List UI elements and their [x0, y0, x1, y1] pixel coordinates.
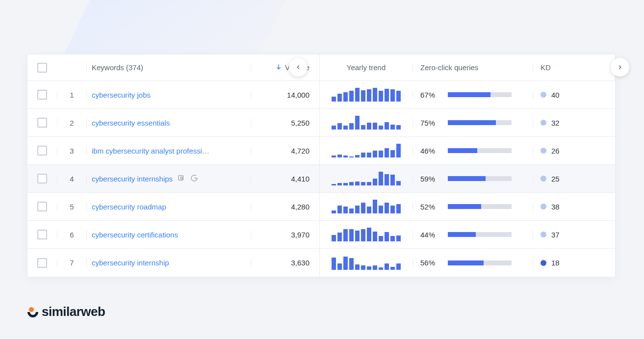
kd-value: 38 [551, 203, 560, 211]
row-checkbox[interactable] [37, 174, 47, 183]
keyword-link[interactable]: cybersecurity certifications [92, 231, 178, 239]
kd-value: 37 [551, 231, 560, 239]
keywords-table: Keywords (374) Volume Yearly trend Zero-… [27, 54, 616, 277]
row-index: 1 [57, 91, 86, 99]
kd-value: 40 [551, 91, 560, 99]
zeroclick-bar [448, 176, 512, 181]
header-kd[interactable]: KD [533, 63, 592, 72]
trend-sparkline [319, 109, 412, 136]
serp-preview-icon[interactable] [178, 174, 185, 183]
kd-value: 18 [551, 259, 560, 267]
brand-logo: similarweb [27, 304, 105, 319]
brand-logo-text: similarweb [42, 304, 105, 319]
sort-desc-icon [275, 63, 282, 72]
kd-cell: 37 [533, 231, 592, 239]
zeroclick-bar [448, 204, 512, 209]
trend-sparkline [319, 221, 412, 248]
zeroclick-cell: 67% [412, 91, 533, 99]
scroll-right-button[interactable] [611, 58, 629, 77]
table-row[interactable]: 1cybersecurity jobs14,00067%40 [27, 81, 615, 109]
zeroclick-cell: 75% [412, 119, 533, 127]
volume-cell: 14,000 [251, 91, 319, 99]
keyword-link[interactable]: ibm cybersecurity analyst professi… [92, 147, 209, 155]
keyword-link[interactable]: cybersecurity internships [92, 175, 173, 183]
volume-cell: 4,720 [251, 147, 319, 155]
kd-value: 26 [551, 147, 560, 155]
kd-difficulty-dot [541, 204, 546, 209]
kd-difficulty-dot [541, 92, 546, 98]
zeroclick-pct: 44% [420, 231, 440, 239]
zeroclick-cell: 59% [412, 175, 533, 183]
row-index: 2 [57, 119, 86, 127]
row-index: 5 [57, 203, 86, 211]
select-all-checkbox[interactable] [37, 63, 47, 73]
zeroclick-pct: 46% [420, 147, 440, 155]
zeroclick-pct: 56% [420, 259, 440, 267]
kd-difficulty-dot [541, 120, 546, 126]
table-header: Keywords (374) Volume Yearly trend Zero-… [27, 54, 615, 81]
keyword-link[interactable]: cybersecurity jobs [92, 91, 151, 99]
zeroclick-bar [448, 92, 512, 97]
kd-cell: 38 [533, 203, 592, 211]
trend-sparkline [319, 165, 412, 192]
volume-cell: 3,970 [251, 231, 319, 239]
kd-cell: 32 [533, 119, 592, 127]
row-index: 3 [57, 147, 86, 155]
keyword-link[interactable]: cybersecurity essentials [92, 119, 170, 127]
table-row[interactable]: 2cybersecurity essentials5,25075%32 [27, 109, 615, 137]
trend-sparkline [319, 81, 412, 108]
row-checkbox[interactable] [37, 202, 47, 211]
kd-difficulty-dot [541, 148, 546, 154]
header-zeroclick[interactable]: Zero-click queries [412, 63, 533, 72]
row-checkbox[interactable] [37, 90, 47, 100]
header-trend[interactable]: Yearly trend [319, 54, 412, 80]
trend-sparkline [319, 137, 412, 164]
svg-point-1 [180, 177, 182, 179]
zeroclick-pct: 52% [420, 203, 440, 211]
kd-difficulty-dot [541, 176, 546, 182]
kd-difficulty-dot [541, 260, 546, 266]
row-checkbox[interactable] [37, 118, 47, 128]
table-row[interactable]: 4cybersecurity internships4,41059%25 [27, 165, 615, 193]
table-row[interactable]: 5cybersecurity roadmap4,28052%38 [27, 193, 615, 221]
zeroclick-cell: 44% [412, 231, 533, 239]
trend-sparkline [319, 249, 412, 277]
row-index: 7 [57, 259, 86, 267]
volume-cell: 4,410 [251, 175, 319, 183]
kd-cell: 25 [533, 175, 592, 183]
header-keywords[interactable]: Keywords (374) [86, 63, 251, 72]
header-volume[interactable]: Volume [251, 63, 319, 72]
trend-sparkline [319, 193, 412, 220]
zeroclick-pct: 67% [420, 91, 440, 99]
row-checkbox[interactable] [37, 146, 47, 156]
volume-cell: 3,630 [251, 259, 319, 267]
kd-value: 32 [551, 119, 560, 127]
zeroclick-cell: 56% [412, 259, 533, 267]
row-checkbox[interactable] [37, 230, 47, 239]
row-checkbox[interactable] [37, 258, 47, 268]
table-row[interactable]: 7cybersecurity internship3,63056%18 [27, 249, 615, 277]
zeroclick-bar [448, 261, 512, 265]
volume-cell: 5,250 [251, 119, 319, 127]
zeroclick-bar [448, 232, 512, 237]
brand-logo-mark [27, 306, 39, 318]
kd-value: 25 [551, 175, 560, 183]
row-index: 4 [57, 175, 86, 183]
row-index: 6 [57, 231, 86, 239]
kd-cell: 26 [533, 147, 592, 155]
google-icon[interactable] [190, 174, 198, 183]
scroll-left-button[interactable] [289, 58, 308, 77]
zeroclick-pct: 75% [420, 119, 440, 127]
chevron-right-icon [617, 64, 623, 71]
table-row[interactable]: 3ibm cybersecurity analyst professi…4,72… [27, 137, 615, 165]
kd-cell: 40 [533, 91, 592, 99]
zeroclick-cell: 52% [412, 203, 533, 211]
zeroclick-cell: 46% [412, 147, 533, 155]
kd-cell: 18 [533, 259, 592, 267]
zeroclick-pct: 59% [420, 175, 440, 183]
keyword-link[interactable]: cybersecurity internship [92, 259, 169, 267]
table-row[interactable]: 6cybersecurity certifications3,97044%37 [27, 221, 615, 249]
zeroclick-bar [448, 148, 512, 153]
keyword-link[interactable]: cybersecurity roadmap [92, 203, 166, 211]
chevron-left-icon [295, 64, 302, 71]
